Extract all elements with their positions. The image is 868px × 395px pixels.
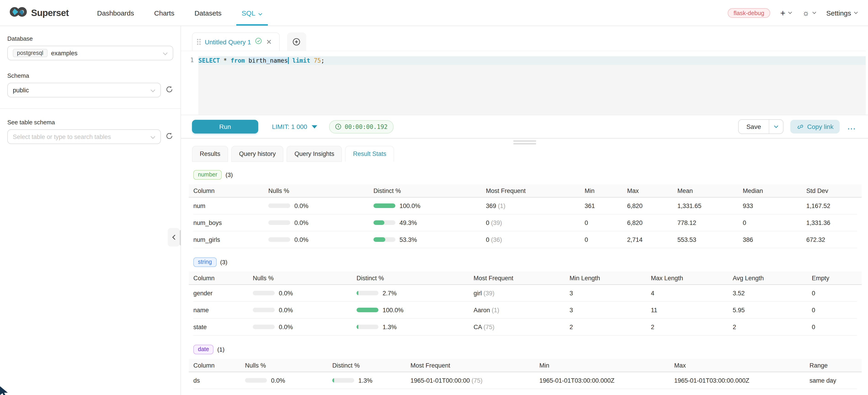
query-success-check-icon [255,37,262,46]
drag-handle-icon[interactable] [197,39,201,45]
table-select[interactable]: Select table or type to search tables [7,129,161,144]
bar-label: 0.0% [294,202,309,209]
chevron-down-icon [163,49,168,57]
sql-token: limit [292,57,310,64]
run-query-button[interactable]: Run [192,120,258,133]
cell-value: 0 [812,307,857,313]
most-frequent-count: (36) [489,236,502,243]
table-row: ds0.0%1.3%1965-01-01T00:00:00 (75)1965-0… [193,372,857,389]
table-select-placeholder: Select table or type to search tables [13,133,111,140]
chevron-down-icon [150,86,155,94]
tab-results[interactable]: Results [192,146,228,162]
query-tab[interactable]: Untitled Query 1 ✕ [192,32,280,51]
refresh-schema-icon[interactable] [165,85,173,95]
most-frequent-count: (39) [489,219,502,226]
cell-column-name: gender [193,290,253,297]
table-row: name0.0%100.0%Aaron (1)3115.950 [193,302,857,318]
stats-section-string: string(3)ColumnNulls %Distinct %Most Fre… [193,257,857,336]
copy-link-button[interactable]: Copy link [790,120,840,133]
editor-empty-area[interactable] [198,65,866,115]
sql-editor[interactable]: 1 SELECT * from birth_names limit 75; [181,51,866,115]
bar-label: 53.3% [400,236,417,243]
nav-item-charts[interactable]: Charts [144,0,184,26]
theme-menu[interactable]: ☼ [802,9,816,17]
link-icon [797,123,804,130]
cell-distinct: 1.3% [356,324,473,330]
new-item-menu[interactable]: + [780,8,792,17]
cell-value: 1,331.65 [677,202,743,209]
sql-code-line: SELECT * from birth_names limit 75; [198,56,866,65]
most-frequent-value: girl [473,290,482,297]
plus-icon: + [780,8,785,17]
chevron-down-icon [774,125,778,128]
cell-distinct: 100.0% [373,202,486,209]
bar-track [268,204,290,208]
column-header: Avg Length [733,275,812,281]
sql-token [227,57,230,64]
column-count: (3) [220,259,227,266]
section-badge-row: date(1) [193,345,857,354]
bar-label: 0.0% [279,324,293,330]
nav-item-dashboards[interactable]: Dashboards [87,0,144,26]
cell-nulls: 0.0% [253,290,356,297]
caret-down-icon [312,125,317,128]
new-query-tab-button[interactable] [287,32,306,51]
brand[interactable]: Superset [9,6,69,19]
table-header-row: ColumnNulls %Distinct %Most FrequentMinM… [189,184,862,198]
schema-select[interactable]: public [7,83,161,97]
column-header: Max Length [651,275,733,281]
cell-value: 0 [812,324,857,330]
cell-nulls: 0.0% [268,219,373,226]
bar-fill [373,237,385,242]
cell-value: 6,820 [627,202,677,209]
bar-track [373,237,395,242]
sql-token: SELECT [198,57,220,64]
save-split-button: Save [738,119,783,134]
stat-bar: 1.3% [332,377,410,384]
tab-query-history[interactable]: Query history [231,146,284,162]
more-actions-button[interactable]: ... [848,123,856,130]
cell-distinct: 1.3% [332,377,410,384]
type-badge: number [193,170,222,180]
column-header: Mean [677,187,743,194]
refresh-tables-icon[interactable] [165,132,173,142]
cell-nulls: 0.0% [245,377,332,384]
tab-result-stats[interactable]: Result Stats [345,146,394,162]
column-header: Distinct % [356,275,473,281]
sql-token: from [230,57,245,64]
column-header: Min Length [569,275,651,281]
results-tabbar: Results Query history Query Insights Res… [192,146,868,162]
database-value: examples [51,50,78,57]
column-header: Min [585,187,627,194]
tab-query-insights[interactable]: Query Insights [287,146,342,162]
collapse-sidebar-button[interactable] [168,228,180,246]
nav-item-sql[interactable]: SQL [231,0,272,26]
cell-column-name: num [193,202,268,209]
save-button[interactable]: Save [739,120,769,133]
cell-most-frequent: CA (75) [473,324,569,330]
most-frequent-value: 0 [486,236,489,243]
database-select[interactable]: postgresql examples [7,46,173,60]
settings-label: Settings [827,9,851,17]
table-row: state0.0%1.3%CA (75)2220 [193,318,857,336]
bar-track [245,378,267,383]
query-tabbar: Untitled Query 1 ✕ [192,32,868,51]
close-tab-icon[interactable]: ✕ [266,38,272,45]
settings-menu[interactable]: Settings [827,9,858,17]
splitter-drag-handle[interactable] [513,140,536,145]
limit-dropdown[interactable]: LIMIT: 1 000 [272,123,317,130]
save-options-button[interactable] [769,120,783,133]
column-header: Nulls % [268,187,373,194]
column-header: Max [674,362,809,369]
type-badge: string [193,257,216,267]
sql-token: birth_names [248,57,288,64]
nav-item-datasets[interactable]: Datasets [184,0,231,26]
editor-gutter: 1 [181,51,198,115]
bar-track [253,308,275,312]
bar-fill [356,291,358,295]
stat-bar: 53.3% [373,236,486,243]
column-header: Nulls % [253,275,356,281]
column-header: Std Dev [806,187,857,194]
editor-toolbar: Run LIMIT: 1 000 00:00:00.192 Save [181,115,868,139]
bar-label: 100.0% [382,307,404,313]
